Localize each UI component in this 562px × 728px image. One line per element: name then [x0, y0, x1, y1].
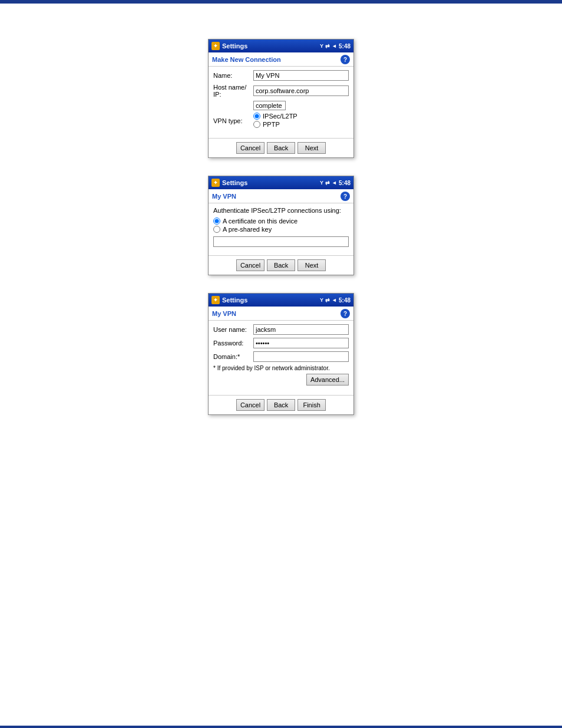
speaker-icon-1: ◄ [332, 43, 337, 49]
back-button-3[interactable]: Back [267, 399, 295, 411]
pptp-radio[interactable] [253, 121, 260, 128]
titlebar-status-3: Y ⇄ ◄ 5:48 [320, 297, 351, 304]
back-button-2[interactable]: Back [267, 259, 295, 271]
password-input[interactable] [253, 338, 349, 348]
cert-option: A certificate on this device [213, 218, 349, 225]
auth-text: Authenticate IPSec/L2TP connections usin… [213, 207, 349, 214]
cert-radio[interactable] [213, 218, 220, 225]
name-row: Name: [213, 70, 349, 81]
cancel-button-3[interactable]: Cancel [236, 399, 265, 411]
titlebar-status-2: Y ⇄ ◄ 5:48 [320, 180, 351, 186]
time-3: 5:48 [339, 297, 351, 304]
ipsec-radio[interactable] [253, 113, 260, 120]
time-1: 5:48 [339, 43, 351, 50]
host-label: Host name/ IP: [213, 84, 253, 98]
titlebar-title-3: Settings [222, 297, 247, 304]
signal-icon-2: Y [320, 180, 323, 186]
password-row: Password: [213, 338, 349, 348]
subtitle-1: Make New Connection ? [209, 52, 353, 67]
signal-icon-3: Y [320, 297, 323, 303]
subtitle-text-3: My VPN [212, 310, 236, 317]
wifi-icon-3: ⇄ [325, 297, 330, 303]
button-row-1: Cancel Back Next [209, 138, 353, 157]
windows-icon-2: ✦ [211, 179, 220, 187]
domain-label: Domain:* [213, 353, 253, 360]
subtitle-text-1: Make New Connection [212, 56, 281, 63]
pptp-label: PPTP [263, 121, 280, 128]
titlebar-title-2: Settings [222, 179, 247, 186]
username-input[interactable] [253, 324, 349, 335]
vpn-type-row: VPN type: IPSec/L2TP PPTP [213, 113, 349, 129]
host-row: Host name/ IP: [213, 84, 349, 98]
body-1: Name: Host name/ IP: complete VPN type: … [209, 67, 353, 136]
pptp-option: PPTP [253, 121, 297, 128]
wifi-icon-1: ⇄ [325, 43, 330, 49]
domain-input[interactable] [253, 351, 349, 362]
password-label: Password: [213, 340, 253, 347]
back-button-1[interactable]: Back [267, 142, 295, 154]
ipsec-label: IPSec/L2TP [263, 113, 297, 120]
help-button-1[interactable]: ? [340, 55, 350, 64]
wifi-icon-2: ⇄ [325, 180, 330, 186]
button-row-3: Cancel Back Finish [209, 395, 353, 414]
dialog-my-vpn-creds: ✦ Settings Y ⇄ ◄ 5:48 My VPN ? User name… [208, 293, 354, 415]
button-row-2: Cancel Back Next [209, 255, 353, 275]
next-button-1[interactable]: Next [297, 142, 326, 154]
page-content: ✦ Settings Y ⇄ ◄ 5:48 Make New Connectio… [0, 4, 562, 415]
cert-label: A certificate on this device [223, 218, 297, 225]
domain-row: Domain:* [213, 351, 349, 362]
preshared-key-input[interactable] [213, 236, 349, 247]
preshared-radio[interactable] [213, 226, 220, 233]
username-label: User name: [213, 326, 253, 333]
windows-icon-1: ✦ [211, 42, 220, 50]
advanced-button[interactable]: Advanced... [306, 374, 349, 386]
subtitle-2: My VPN ? [209, 189, 353, 203]
body-3: User name: Password: Domain:* * If provi… [209, 321, 353, 393]
name-input[interactable] [253, 70, 349, 81]
next-button-2[interactable]: Next [297, 259, 326, 271]
help-button-2[interactable]: ? [340, 192, 350, 201]
windows-icon-3: ✦ [211, 296, 220, 304]
dialog-my-vpn-auth: ✦ Settings Y ⇄ ◄ 5:48 My VPN ? Authentic… [208, 176, 354, 275]
titlebar-3: ✦ Settings Y ⇄ ◄ 5:48 [209, 294, 353, 307]
vpn-type-options: IPSec/L2TP PPTP [253, 113, 297, 129]
titlebar-status-1: Y ⇄ ◄ 5:48 [320, 43, 351, 50]
host-input[interactable] [253, 85, 349, 96]
finish-button[interactable]: Finish [297, 399, 326, 411]
dialog-make-new-connection: ✦ Settings Y ⇄ ◄ 5:48 Make New Connectio… [208, 39, 354, 158]
subtitle-text-2: My VPN [212, 193, 236, 200]
ipsec-option: IPSec/L2TP [253, 113, 297, 120]
speaker-icon-2: ◄ [332, 180, 337, 186]
body-2: Authenticate IPSec/L2TP connections usin… [209, 203, 353, 253]
preshared-label: A pre-shared key [223, 226, 272, 233]
autocomplete-popup[interactable]: complete [253, 101, 286, 110]
cancel-button-2[interactable]: Cancel [236, 259, 265, 271]
speaker-icon-3: ◄ [332, 297, 337, 303]
titlebar-title-1: Settings [222, 42, 247, 50]
titlebar-1: ✦ Settings Y ⇄ ◄ 5:48 [209, 39, 353, 52]
bottom-bar [0, 726, 562, 728]
note-text: * If provided by ISP or network administ… [213, 365, 349, 371]
help-button-3[interactable]: ? [340, 309, 350, 318]
signal-icon-1: Y [320, 43, 323, 49]
time-2: 5:48 [339, 180, 351, 186]
titlebar-2: ✦ Settings Y ⇄ ◄ 5:48 [209, 176, 353, 189]
subtitle-3: My VPN ? [209, 307, 353, 321]
vpn-type-label: VPN type: [213, 117, 253, 124]
username-row: User name: [213, 324, 349, 335]
preshared-option: A pre-shared key [213, 226, 349, 233]
name-label: Name: [213, 72, 253, 79]
cancel-button-1[interactable]: Cancel [236, 142, 265, 154]
